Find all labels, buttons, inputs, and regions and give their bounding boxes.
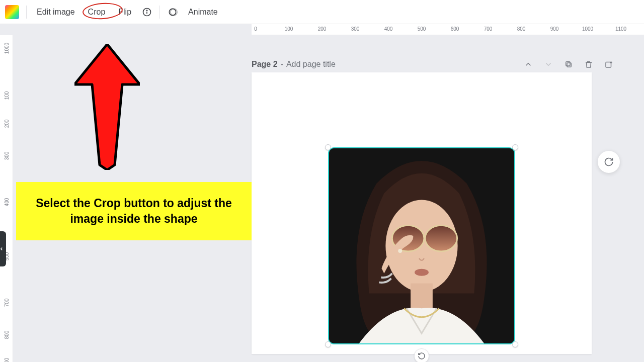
ruler-tick: 300 xyxy=(4,152,9,160)
ruler-tick: 100 xyxy=(285,26,293,32)
page-header: Page 2 - Add page title xyxy=(252,57,614,71)
selected-image-frame[interactable] xyxy=(328,147,515,344)
ruler-vertical: 1000 100 200 300 400 500 700 800 900 xyxy=(0,35,13,362)
ruler-tick: 1100 xyxy=(615,26,626,32)
ruler-tick: 700 xyxy=(484,26,493,32)
annotation-arrow xyxy=(74,44,140,170)
ruler-tick: 200 xyxy=(318,26,327,32)
ruler-tick: 400 xyxy=(4,198,9,207)
info-icon[interactable] xyxy=(141,7,152,18)
ruler-tick: 0 xyxy=(254,26,257,32)
image-content xyxy=(329,148,514,343)
ruler-tick: 1000 xyxy=(4,43,9,54)
collapse-down-icon[interactable] xyxy=(543,59,553,69)
animate-button[interactable]: Animate xyxy=(185,6,221,19)
ruler-tick: 600 xyxy=(451,26,459,32)
svg-rect-7 xyxy=(606,62,611,68)
edit-image-button[interactable]: Edit image xyxy=(34,6,78,19)
rotate-button[interactable] xyxy=(414,348,429,362)
ruler-tick: 800 xyxy=(517,26,526,32)
context-toolbar: Edit image Crop Flip Animate xyxy=(0,0,644,24)
svg-rect-5 xyxy=(567,63,571,67)
duplicate-page-icon[interactable] xyxy=(564,59,574,69)
ruler-tick: 700 xyxy=(4,299,9,307)
annotation-callout: Select the Crop button to adjust the ima… xyxy=(16,182,252,240)
floating-redo-button[interactable] xyxy=(598,151,620,173)
page-sep: - xyxy=(281,60,283,69)
flip-button[interactable]: Flip xyxy=(115,6,134,19)
resize-handle-br[interactable] xyxy=(512,341,518,347)
ruler-tick: 800 xyxy=(4,331,9,339)
svg-point-17 xyxy=(415,269,429,276)
color-swatch[interactable] xyxy=(5,5,19,19)
page-label: Page 2 xyxy=(252,60,278,69)
ruler-tick: 400 xyxy=(384,26,393,32)
resize-handle-tr[interactable] xyxy=(512,144,518,150)
svg-point-16 xyxy=(398,249,402,253)
collapse-up-icon[interactable] xyxy=(523,59,533,69)
resize-handle-tl[interactable] xyxy=(325,144,331,150)
separator xyxy=(26,6,27,19)
crop-button[interactable]: Crop xyxy=(85,6,109,19)
callout-text: Select the Crop button to adjust the ima… xyxy=(31,196,236,227)
svg-rect-6 xyxy=(566,62,570,66)
svg-point-2 xyxy=(146,10,147,11)
svg-point-14 xyxy=(425,225,457,251)
sidebar-expand-handle[interactable] xyxy=(0,231,6,266)
ruler-tick: 200 xyxy=(4,120,9,128)
page-title-placeholder[interactable]: Add page title xyxy=(286,60,336,69)
add-page-icon[interactable] xyxy=(604,59,614,69)
ruler-horizontal: 0 100 200 300 400 500 600 700 800 900 10… xyxy=(252,24,644,35)
ruler-tick: 900 xyxy=(550,26,559,32)
delete-page-icon[interactable] xyxy=(584,59,594,69)
ruler-tick: 500 xyxy=(418,26,426,32)
design-canvas[interactable] xyxy=(252,72,592,354)
ruler-tick: 1000 xyxy=(582,26,593,32)
selected-image[interactable] xyxy=(328,147,515,344)
ruler-tick: 900 xyxy=(4,358,9,362)
ruler-tick: 100 xyxy=(4,92,9,100)
ruler-tick: 300 xyxy=(351,26,360,32)
resize-handle-bl[interactable] xyxy=(325,341,331,347)
separator xyxy=(159,6,160,19)
animate-icon xyxy=(167,7,178,18)
